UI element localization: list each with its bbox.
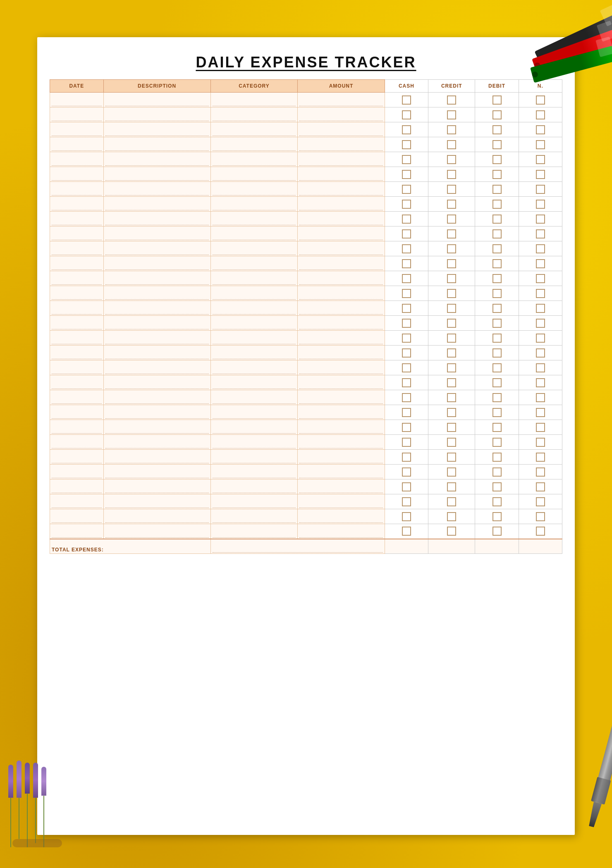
date-cell[interactable] bbox=[50, 316, 104, 331]
cash-checkbox[interactable] bbox=[385, 93, 428, 107]
note-checkbox[interactable] bbox=[519, 390, 562, 405]
table-row[interactable] bbox=[50, 182, 562, 197]
table-row[interactable] bbox=[50, 122, 562, 137]
debit-checkbox[interactable] bbox=[475, 479, 519, 494]
description-cell[interactable] bbox=[103, 256, 210, 271]
table-row[interactable] bbox=[50, 241, 562, 256]
table-row[interactable] bbox=[50, 316, 562, 331]
category-cell[interactable] bbox=[210, 256, 298, 271]
table-row[interactable] bbox=[50, 271, 562, 286]
credit-checkbox[interactable] bbox=[428, 524, 475, 539]
category-cell[interactable] bbox=[210, 465, 298, 479]
category-cell[interactable] bbox=[210, 286, 298, 301]
amount-cell[interactable] bbox=[298, 360, 385, 375]
category-cell[interactable] bbox=[210, 509, 298, 524]
amount-cell[interactable] bbox=[298, 450, 385, 465]
note-checkbox[interactable] bbox=[519, 301, 562, 316]
debit-checkbox[interactable] bbox=[475, 122, 519, 137]
note-checkbox[interactable] bbox=[519, 420, 562, 435]
table-row[interactable] bbox=[50, 286, 562, 301]
amount-cell[interactable] bbox=[298, 107, 385, 122]
date-cell[interactable] bbox=[50, 241, 104, 256]
cash-checkbox[interactable] bbox=[385, 450, 428, 465]
credit-checkbox[interactable] bbox=[428, 316, 475, 331]
category-cell[interactable] bbox=[210, 137, 298, 152]
note-checkbox[interactable] bbox=[519, 494, 562, 509]
note-checkbox[interactable] bbox=[519, 122, 562, 137]
note-checkbox[interactable] bbox=[519, 256, 562, 271]
credit-checkbox[interactable] bbox=[428, 346, 475, 360]
credit-checkbox[interactable] bbox=[428, 107, 475, 122]
credit-checkbox[interactable] bbox=[428, 405, 475, 420]
debit-checkbox[interactable] bbox=[475, 212, 519, 227]
date-cell[interactable] bbox=[50, 509, 104, 524]
description-cell[interactable] bbox=[103, 405, 210, 420]
description-cell[interactable] bbox=[103, 465, 210, 479]
table-row[interactable] bbox=[50, 360, 562, 375]
debit-checkbox[interactable] bbox=[475, 346, 519, 360]
debit-checkbox[interactable] bbox=[475, 167, 519, 182]
debit-checkbox[interactable] bbox=[475, 375, 519, 390]
description-cell[interactable] bbox=[103, 182, 210, 197]
amount-cell[interactable] bbox=[298, 227, 385, 241]
date-cell[interactable] bbox=[50, 360, 104, 375]
date-cell[interactable] bbox=[50, 375, 104, 390]
amount-cell[interactable] bbox=[298, 122, 385, 137]
date-cell[interactable] bbox=[50, 420, 104, 435]
description-cell[interactable] bbox=[103, 450, 210, 465]
debit-checkbox[interactable] bbox=[475, 465, 519, 479]
description-cell[interactable] bbox=[103, 137, 210, 152]
date-cell[interactable] bbox=[50, 152, 104, 167]
category-cell[interactable] bbox=[210, 390, 298, 405]
cash-checkbox[interactable] bbox=[385, 316, 428, 331]
description-cell[interactable] bbox=[103, 524, 210, 539]
cash-checkbox[interactable] bbox=[385, 271, 428, 286]
credit-checkbox[interactable] bbox=[428, 360, 475, 375]
amount-cell[interactable] bbox=[298, 479, 385, 494]
credit-checkbox[interactable] bbox=[428, 256, 475, 271]
date-cell[interactable] bbox=[50, 390, 104, 405]
description-cell[interactable] bbox=[103, 152, 210, 167]
category-cell[interactable] bbox=[210, 360, 298, 375]
note-checkbox[interactable] bbox=[519, 435, 562, 450]
description-cell[interactable] bbox=[103, 375, 210, 390]
category-cell[interactable] bbox=[210, 405, 298, 420]
cash-checkbox[interactable] bbox=[385, 286, 428, 301]
amount-cell[interactable] bbox=[298, 286, 385, 301]
cash-checkbox[interactable] bbox=[385, 122, 428, 137]
amount-cell[interactable] bbox=[298, 197, 385, 212]
note-checkbox[interactable] bbox=[519, 182, 562, 197]
credit-checkbox[interactable] bbox=[428, 465, 475, 479]
amount-cell[interactable] bbox=[298, 346, 385, 360]
note-checkbox[interactable] bbox=[519, 450, 562, 465]
cash-checkbox[interactable] bbox=[385, 241, 428, 256]
date-cell[interactable] bbox=[50, 331, 104, 346]
date-cell[interactable] bbox=[50, 524, 104, 539]
credit-checkbox[interactable] bbox=[428, 286, 475, 301]
cash-checkbox[interactable] bbox=[385, 465, 428, 479]
note-checkbox[interactable] bbox=[519, 316, 562, 331]
date-cell[interactable] bbox=[50, 197, 104, 212]
date-cell[interactable] bbox=[50, 405, 104, 420]
table-row[interactable] bbox=[50, 494, 562, 509]
credit-checkbox[interactable] bbox=[428, 137, 475, 152]
category-cell[interactable] bbox=[210, 212, 298, 227]
debit-checkbox[interactable] bbox=[475, 494, 519, 509]
debit-checkbox[interactable] bbox=[475, 316, 519, 331]
cash-checkbox[interactable] bbox=[385, 524, 428, 539]
credit-checkbox[interactable] bbox=[428, 182, 475, 197]
date-cell[interactable] bbox=[50, 435, 104, 450]
description-cell[interactable] bbox=[103, 479, 210, 494]
description-cell[interactable] bbox=[103, 212, 210, 227]
amount-cell[interactable] bbox=[298, 435, 385, 450]
credit-checkbox[interactable] bbox=[428, 420, 475, 435]
table-row[interactable] bbox=[50, 405, 562, 420]
cash-checkbox[interactable] bbox=[385, 494, 428, 509]
table-row[interactable] bbox=[50, 375, 562, 390]
description-cell[interactable] bbox=[103, 390, 210, 405]
table-row[interactable] bbox=[50, 93, 562, 107]
description-cell[interactable] bbox=[103, 316, 210, 331]
note-checkbox[interactable] bbox=[519, 405, 562, 420]
note-checkbox[interactable] bbox=[519, 360, 562, 375]
debit-checkbox[interactable] bbox=[475, 435, 519, 450]
